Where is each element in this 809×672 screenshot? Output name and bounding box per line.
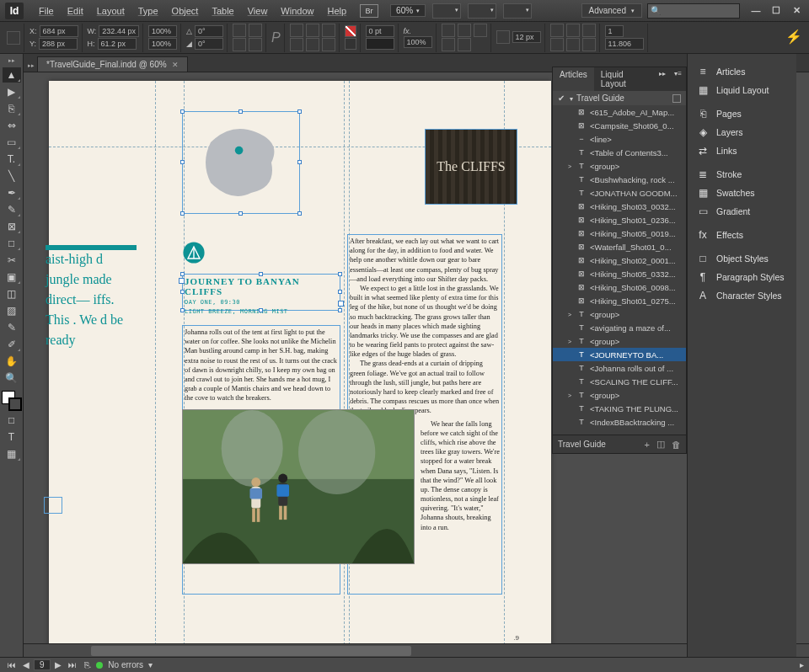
align-icon[interactable] xyxy=(550,38,564,51)
article-item[interactable]: >T<group> xyxy=(553,159,686,173)
align-icon[interactable] xyxy=(582,24,596,37)
dock-panel-gradient[interactable]: ▭Gradient xyxy=(688,202,796,221)
new-article-icon[interactable]: ◫ xyxy=(656,439,665,450)
expand-icon[interactable]: > xyxy=(566,392,573,398)
menu-window[interactable]: Window xyxy=(274,6,320,16)
articles-tab[interactable]: Articles xyxy=(553,67,594,91)
scale-y-field[interactable]: 100% xyxy=(148,38,177,50)
article-item[interactable]: T<TAKING THE PLUNG... xyxy=(553,402,686,415)
wrap-icon[interactable] xyxy=(442,24,455,37)
dock-panel-character-styles[interactable]: ACharacter Styles xyxy=(688,286,796,305)
line-tool[interactable]: ╲ xyxy=(3,168,21,184)
article-item[interactable]: ⊠<Hiking_Shot06_0098... xyxy=(553,280,686,294)
article-item[interactable]: T<JONATHAN GOODM... xyxy=(553,186,686,200)
frame-fit-icon[interactable] xyxy=(306,38,319,51)
x-field[interactable]: 684 px xyxy=(40,25,78,37)
article-item[interactable]: ⊠<Hiking_Shot01_0275... xyxy=(553,294,686,307)
minimize-button[interactable]: — xyxy=(748,5,763,17)
align-icon[interactable] xyxy=(566,24,580,37)
article-item[interactable]: >T<group> xyxy=(553,388,686,402)
article-item[interactable]: −<line> xyxy=(553,132,686,146)
screen-mode-icon[interactable] xyxy=(468,3,496,19)
pencil-tool[interactable]: ✎ xyxy=(3,202,21,217)
dock-panel-links[interactable]: ⇄Links xyxy=(688,141,796,160)
panel-collapse-icon[interactable]: ▸▸ xyxy=(655,67,670,91)
delete-article-icon[interactable]: 🗑 xyxy=(672,440,681,450)
flip-v-icon[interactable] xyxy=(249,38,262,51)
corner-radius-field[interactable]: 11.806 xyxy=(605,38,644,50)
map-frame[interactable] xyxy=(182,111,300,214)
expand-icon[interactable]: > xyxy=(566,312,573,317)
last-page-button[interactable]: ⏭ xyxy=(66,660,79,669)
zoom-tool[interactable]: 🔍 xyxy=(3,371,21,386)
arrange-icon[interactable] xyxy=(503,3,532,19)
menu-help[interactable]: Help xyxy=(320,6,353,16)
hiking-photo-frame[interactable] xyxy=(182,409,415,564)
frame-fit-icon[interactable] xyxy=(306,24,319,37)
add-article-icon[interactable]: + xyxy=(645,440,650,450)
article-item[interactable]: T<SCALING THE CLIFF... xyxy=(553,375,686,388)
wrap-icon[interactable] xyxy=(474,24,487,37)
fx-icon[interactable]: fx. xyxy=(404,27,412,35)
expand-icon[interactable]: > xyxy=(566,339,573,344)
article-item[interactable]: >T<group> xyxy=(553,334,686,348)
maximize-button[interactable]: ☐ xyxy=(769,5,784,17)
y-field[interactable]: 288 px xyxy=(39,38,78,50)
eyedropper-tool[interactable]: ✐ xyxy=(3,337,21,352)
opacity-field[interactable]: 100% xyxy=(404,36,432,48)
first-page-button[interactable]: ⏮ xyxy=(5,660,19,669)
tab-list-icon[interactable]: ▸▸ xyxy=(25,60,37,72)
page-tool[interactable]: ⎘ xyxy=(3,101,21,116)
panel-menu-icon[interactable]: ▾≡ xyxy=(670,67,686,91)
article-item[interactable]: ⊠<Hiking_Shot03_0032... xyxy=(553,200,686,213)
dock-panel-liquid-layout[interactable]: ▦Liquid Layout xyxy=(688,81,796,99)
title-image-frame[interactable]: The CLIFFS xyxy=(425,129,517,205)
open-icon[interactable]: ⎘. xyxy=(84,660,92,669)
align-icon[interactable] xyxy=(582,38,596,51)
rotate-cw-icon[interactable] xyxy=(233,24,246,37)
overflow-frame[interactable] xyxy=(44,497,62,514)
expand-icon[interactable]: > xyxy=(566,163,573,169)
prev-page-button[interactable]: ◀ xyxy=(20,660,32,669)
rotate-field[interactable]: 0° xyxy=(195,25,223,37)
quick-apply-icon[interactable]: ⚡ xyxy=(785,29,802,45)
dock-panel-paragraph-styles[interactable]: ¶Paragraph Styles xyxy=(688,268,796,286)
rotate-ccw-icon[interactable] xyxy=(249,24,262,37)
page-spread[interactable]: aist-high d jungle made direct— iffs. Th… xyxy=(49,81,551,643)
free-transform-tool[interactable]: ▣ xyxy=(3,269,21,285)
dock-panel-layers[interactable]: ◈Layers xyxy=(688,123,796,141)
dock-panel-pages[interactable]: ⎗Pages xyxy=(688,104,796,123)
screen-mode-icon[interactable]: ▦ xyxy=(3,446,21,461)
content-collector-tool[interactable]: ▭ xyxy=(3,135,21,150)
dock-panel-articles[interactable]: ≡Articles xyxy=(688,62,796,81)
gap-field[interactable]: 12 px xyxy=(512,31,541,43)
fill-stroke-icon[interactable] xyxy=(2,391,22,411)
rows-field[interactable]: 1 xyxy=(605,25,624,37)
wrap-icon[interactable] xyxy=(458,24,471,37)
flip-h-icon[interactable] xyxy=(233,38,246,51)
shear-field[interactable]: 0° xyxy=(195,38,223,50)
article-item[interactable]: ⊠<Hiking_Shot01_0236... xyxy=(553,213,686,227)
dock-panel-stroke[interactable]: ≣Stroke xyxy=(688,165,796,184)
format-container-icon[interactable]: T xyxy=(3,429,21,445)
scale-x-field[interactable]: 100% xyxy=(148,25,177,37)
pen-tool[interactable]: ✒ xyxy=(3,185,21,200)
document-tab[interactable]: *TravelGuide_Final.indd @ 60%✕ xyxy=(37,56,188,72)
help-search[interactable]: 🔍 xyxy=(647,3,740,19)
menu-type[interactable]: Type xyxy=(131,6,165,16)
workspace-picker[interactable]: Advanced xyxy=(581,3,642,18)
liquid-layout-tab[interactable]: Liquid Layout xyxy=(594,67,656,91)
stroke-style-field[interactable] xyxy=(366,38,394,50)
frame-fit-icon[interactable] xyxy=(290,38,303,51)
close-tab-icon[interactable]: ✕ xyxy=(172,61,179,69)
h-field[interactable]: 61.2 px xyxy=(98,38,137,50)
fill-color-icon[interactable] xyxy=(345,25,356,37)
w-field[interactable]: 232.44 px xyxy=(99,25,139,37)
close-button[interactable]: ✕ xyxy=(789,5,804,17)
next-page-button[interactable]: ▶ xyxy=(52,660,64,669)
dock-panel-effects[interactable]: fxEffects xyxy=(688,226,796,244)
type-tool[interactable]: T. xyxy=(3,152,21,167)
article-item[interactable]: T<IndexBBacktracking ... xyxy=(553,415,686,429)
menu-view[interactable]: View xyxy=(241,6,275,16)
gradient-feather-tool[interactable]: ▨ xyxy=(3,303,21,318)
